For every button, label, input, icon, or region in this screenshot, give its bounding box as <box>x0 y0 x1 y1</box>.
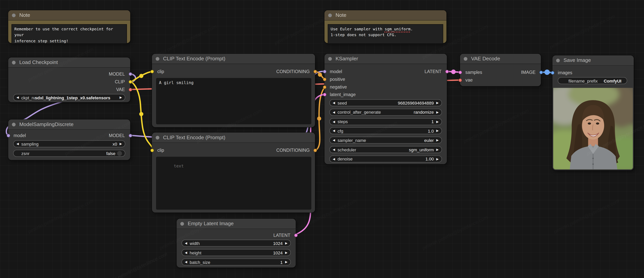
arrow-left-icon[interactable]: ◀ <box>16 142 19 146</box>
collapse-dot-icon[interactable] <box>464 57 467 60</box>
collapse-dot-icon[interactable] <box>328 57 332 60</box>
widget-height[interactable]: ◀ height 1024 ▶ <box>182 249 291 256</box>
widget-batch-size[interactable]: ◀ batch_size 1 ▶ <box>182 259 291 266</box>
node-header[interactable]: VAE Decode <box>460 54 541 64</box>
port-dot-clip[interactable] <box>150 70 154 73</box>
port-dot-clip[interactable] <box>150 148 154 152</box>
port-dot-conditioning[interactable] <box>313 148 317 152</box>
output-conditioning[interactable]: CONDITIONING <box>276 68 315 74</box>
prompt-textarea[interactable]: A girl smiling <box>156 78 311 124</box>
node-clip-text-encode-positive[interactable]: CLIP Text Encode (Prompt) clip CONDITION… <box>152 54 315 127</box>
node-header[interactable]: Note <box>8 10 130 20</box>
node-note-right[interactable]: Note Use Euler sampler with sgm_uniform.… <box>324 10 446 43</box>
output-vae[interactable]: VAE <box>116 87 130 92</box>
port-dot-conditioning[interactable] <box>322 77 326 81</box>
widget-denoise[interactable]: ◀ denoise 1.00 ▶ <box>329 155 442 162</box>
arrow-right-icon[interactable]: ▶ <box>436 138 439 142</box>
node-load-checkpoint[interactable]: Load Checkpoint MODEL CLIP VAE ◀ ckpt_na… <box>8 57 130 102</box>
widget-sampling[interactable]: ◀ sampling x0 ▶ <box>13 140 125 147</box>
collapse-dot-icon[interactable] <box>12 60 16 64</box>
collapse-dot-icon[interactable] <box>156 57 159 60</box>
arrow-right-icon[interactable]: ▶ <box>120 142 122 146</box>
arrow-left-icon[interactable]: ◀ <box>185 260 187 264</box>
arrow-right-icon[interactable]: ▶ <box>285 260 287 264</box>
port-dot-model[interactable] <box>128 72 132 76</box>
port-dot-latent[interactable] <box>445 70 449 73</box>
collapse-dot-icon[interactable] <box>156 136 159 139</box>
node-model-sampling-discrete[interactable]: ModelSamplingDiscrete model MODEL ◀ samp… <box>8 119 130 160</box>
toggle-icon[interactable] <box>117 151 122 156</box>
arrow-left-icon[interactable]: ◀ <box>16 96 19 99</box>
arrow-right-icon[interactable]: ▶ <box>436 120 439 123</box>
wire-dot[interactable] <box>451 70 456 74</box>
input-model[interactable]: model <box>8 133 26 138</box>
output-image[interactable]: IMAGE <box>521 69 541 75</box>
node-ksampler[interactable]: KSampler model positive negative latent_… <box>324 54 447 164</box>
arrow-right-icon[interactable]: ▶ <box>436 110 439 114</box>
node-header[interactable]: CLIP Text Encode (Prompt) <box>152 54 315 64</box>
collapse-dot-icon[interactable] <box>556 58 560 62</box>
widget-seed[interactable]: ◀ seed 968269694694889 ▶ <box>329 99 442 106</box>
node-header[interactable]: ModelSamplingDiscrete <box>8 119 130 130</box>
widget-zsnr[interactable]: zsnr false <box>13 150 125 157</box>
arrow-right-icon[interactable]: ▶ <box>120 96 122 99</box>
arrow-left-icon[interactable]: ◀ <box>333 110 335 114</box>
arrow-right-icon[interactable]: ▶ <box>436 148 439 151</box>
arrow-left-icon[interactable]: ◀ <box>333 101 335 105</box>
arrow-left-icon[interactable]: ◀ <box>185 241 187 245</box>
output-latent[interactable]: LATENT <box>274 232 296 238</box>
node-empty-latent-image[interactable]: Empty Latent Image LATENT ◀ width 1024 ▶… <box>177 219 296 268</box>
arrow-right-icon[interactable]: ▶ <box>436 129 439 133</box>
node-vae-decode[interactable]: VAE Decode samples vae IMAGE <box>460 54 541 86</box>
wire-dot[interactable] <box>139 74 144 78</box>
input-clip[interactable]: clip <box>152 68 164 74</box>
output-model[interactable]: MODEL <box>109 133 130 138</box>
input-clip[interactable]: clip <box>152 147 164 153</box>
widget-steps[interactable]: ◀ steps 1 ▶ <box>329 118 442 125</box>
arrow-left-icon[interactable]: ◀ <box>333 129 335 133</box>
note-textarea[interactable]: Remember to use the correct checkpoint f… <box>12 24 127 44</box>
input-latent-image[interactable]: latent_image <box>324 91 356 97</box>
arrow-left-icon[interactable]: ◀ <box>333 120 335 123</box>
prompt-textarea[interactable]: text <box>156 157 311 210</box>
collapse-dot-icon[interactable] <box>180 222 184 225</box>
widget-ckpt-name[interactable]: ◀ ckpt_name sdxl_lightning_1step_x0.safe… <box>13 94 125 101</box>
arrow-left-icon[interactable]: ◀ <box>185 251 187 255</box>
arrow-right-icon[interactable]: ▶ <box>285 241 287 245</box>
widget-control-after-generate[interactable]: ◀ control_after_generate randomize ▶ <box>329 109 442 116</box>
widget-cfg[interactable]: ◀ cfg 1.0 ▶ <box>329 127 442 134</box>
widget-scheduler[interactable]: ◀ scheduler sgm_uniform ▶ <box>329 146 442 153</box>
collapse-dot-icon[interactable] <box>12 13 16 17</box>
port-dot-conditioning[interactable] <box>313 70 317 73</box>
wire-dot[interactable] <box>544 70 550 75</box>
input-positive[interactable]: positive <box>324 76 345 82</box>
note-textarea[interactable]: Use Euler sampler with sgm_uniform. 1-st… <box>328 24 443 44</box>
arrow-left-icon[interactable]: ◀ <box>333 138 335 142</box>
port-dot-vae[interactable] <box>458 78 462 82</box>
collapse-dot-icon[interactable] <box>328 13 332 17</box>
node-header[interactable]: Save Image <box>552 55 634 66</box>
node-graph-canvas[interactable]: Note Remember to use the correct checkpo… <box>0 0 644 278</box>
port-dot-latent[interactable] <box>294 233 298 237</box>
port-dot-latent[interactable] <box>458 70 462 74</box>
arrow-left-icon[interactable]: ◀ <box>333 157 335 161</box>
port-dot-model[interactable] <box>322 70 326 73</box>
node-save-image[interactable]: Save Image images filename_prefix ComfyU… <box>552 55 634 170</box>
output-model[interactable]: MODEL <box>109 71 130 77</box>
wire-dot[interactable] <box>318 73 322 77</box>
widget-filename-prefix[interactable]: filename_prefix ComfyUI <box>558 77 627 84</box>
output-clip[interactable]: CLIP <box>115 79 130 85</box>
port-dot-image[interactable] <box>539 70 543 74</box>
output-latent[interactable]: LATENT <box>424 68 447 74</box>
wire-dot[interactable] <box>317 117 321 121</box>
node-header[interactable]: Empty Latent Image <box>177 219 296 229</box>
widget-width[interactable]: ◀ width 1024 ▶ <box>182 240 291 247</box>
arrow-right-icon[interactable]: ▶ <box>285 251 287 255</box>
node-clip-text-encode-negative[interactable]: CLIP Text Encode (Prompt) clip CONDITION… <box>152 133 315 213</box>
input-model[interactable]: model <box>324 68 342 74</box>
collapse-dot-icon[interactable] <box>12 123 16 126</box>
port-dot-image[interactable] <box>550 71 554 74</box>
input-samples[interactable]: samples <box>460 69 482 75</box>
node-note-left[interactable]: Note Remember to use the correct checkpo… <box>8 10 130 43</box>
arrow-right-icon[interactable]: ▶ <box>436 101 439 105</box>
